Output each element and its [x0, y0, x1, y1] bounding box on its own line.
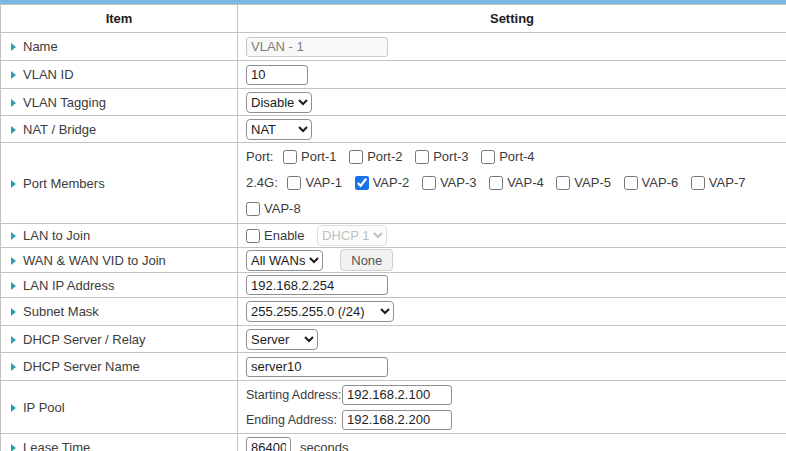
- dhcp-name-label: DHCP Server Name: [23, 359, 140, 374]
- ending-address-label: Ending Address:: [246, 413, 342, 427]
- vap-2-checkbox[interactable]: [355, 176, 369, 190]
- starting-address-label: Starting Address:: [246, 388, 342, 402]
- wired-port-checkbox-group: Port: Port-1 Port-2 Port-3 Port-4: [246, 144, 785, 170]
- dhcp-mode-select[interactable]: Server: [246, 329, 318, 350]
- port-members-label: Port Members: [23, 176, 105, 191]
- lan-to-join-label: LAN to Join: [23, 228, 90, 243]
- table-row-lease-time: Lease Time seconds: [1, 434, 786, 451]
- lease-time-label: Lease Time: [23, 440, 90, 451]
- checkbox-vap-1[interactable]: VAP-1: [287, 175, 342, 190]
- ip-pool-label: IP Pool: [23, 400, 65, 415]
- nat-bridge-select[interactable]: NAT: [246, 119, 312, 140]
- lan-ip-label: LAN IP Address: [23, 278, 115, 293]
- row-arrow-icon: [11, 308, 16, 316]
- dhcp-server-name-input[interactable]: [246, 357, 388, 377]
- ip-pool-end-row: Ending Address:: [246, 407, 785, 432]
- vlan-tagging-select[interactable]: Disable: [246, 92, 312, 113]
- vlan-tagging-label: VLAN Tagging: [23, 95, 106, 110]
- wifi-vap-checkbox-group: 2.4G: VAP-1 VAP-2 VAP-3 VAP-4 VAP-5 VAP-…: [246, 170, 785, 222]
- vap-4-checkbox[interactable]: [489, 176, 503, 190]
- lease-time-unit-label: seconds: [300, 440, 348, 451]
- wan-vid-none-button[interactable]: None: [340, 249, 393, 271]
- vlan-id-input[interactable]: [246, 65, 308, 85]
- checkbox-port-1[interactable]: Port-1: [283, 149, 336, 164]
- vap-6-checkbox[interactable]: [624, 176, 638, 190]
- row-arrow-icon: [11, 257, 16, 265]
- vap-1-checkbox[interactable]: [287, 176, 301, 190]
- ending-address-input[interactable]: [342, 410, 452, 430]
- checkbox-vap-8[interactable]: VAP-8: [246, 201, 301, 216]
- wifi-prefix-label: 2.4G:: [246, 175, 278, 190]
- row-arrow-icon: [11, 282, 16, 290]
- vap-5-checkbox[interactable]: [556, 176, 570, 190]
- checkbox-port-2[interactable]: Port-2: [349, 149, 402, 164]
- checkbox-vap-7[interactable]: VAP-7: [691, 175, 746, 190]
- lan-join-dhcp-select: DHCP 1: [317, 225, 387, 246]
- setting-column-header: Setting: [238, 5, 786, 33]
- vlan-name-input: [246, 37, 388, 57]
- port-1-checkbox[interactable]: [283, 150, 297, 164]
- table-row-vlan-id: VLAN ID: [1, 61, 786, 89]
- port-3-checkbox[interactable]: [415, 150, 429, 164]
- subnet-mask-select[interactable]: 255.255.255.0 (/24): [246, 301, 394, 322]
- name-label: Name: [23, 39, 58, 54]
- row-arrow-icon: [11, 99, 16, 107]
- checkbox-port-3[interactable]: Port-3: [415, 149, 468, 164]
- row-arrow-icon: [11, 71, 16, 79]
- table-row-nat-bridge: NAT / Bridge NAT: [1, 116, 786, 143]
- port-2-checkbox[interactable]: [349, 150, 363, 164]
- lan-ip-input[interactable]: [246, 275, 388, 295]
- row-arrow-icon: [11, 43, 16, 51]
- row-arrow-icon: [11, 363, 16, 371]
- lan-join-enable-checkbox[interactable]: [246, 229, 260, 243]
- lan-join-enable-checkbox-label[interactable]: Enable: [246, 228, 304, 243]
- nat-bridge-label: NAT / Bridge: [23, 122, 96, 137]
- table-row-vlan-tagging: VLAN Tagging Disable: [1, 89, 786, 116]
- row-arrow-icon: [11, 336, 16, 344]
- checkbox-vap-4[interactable]: VAP-4: [489, 175, 544, 190]
- row-arrow-icon: [11, 126, 16, 134]
- starting-address-input[interactable]: [342, 385, 452, 405]
- checkbox-port-4[interactable]: Port-4: [481, 149, 534, 164]
- wan-join-select[interactable]: All WANs: [246, 250, 323, 271]
- table-row-dhcp-name: DHCP Server Name: [1, 353, 786, 381]
- table-row-name: Name: [1, 33, 786, 61]
- vap-7-checkbox[interactable]: [691, 176, 705, 190]
- row-arrow-icon: [11, 404, 16, 412]
- table-row-port-members: Port Members Port: Port-1 Port-2 Port-3 …: [1, 143, 786, 224]
- ip-pool-start-row: Starting Address:: [246, 382, 785, 407]
- checkbox-vap-3[interactable]: VAP-3: [422, 175, 477, 190]
- wan-join-label: WAN & WAN VID to Join: [23, 253, 166, 268]
- row-arrow-icon: [11, 232, 16, 240]
- checkbox-vap-2[interactable]: VAP-2: [355, 175, 410, 190]
- port-4-checkbox[interactable]: [481, 150, 495, 164]
- vlan-settings-page: Item Setting Name VLAN ID VLAN Tagging D…: [0, 0, 786, 451]
- table-header-row: Item Setting: [1, 5, 786, 33]
- vlan-settings-table: Item Setting Name VLAN ID VLAN Tagging D…: [0, 4, 786, 451]
- subnet-mask-label: Subnet Mask: [23, 304, 99, 319]
- row-arrow-icon: [11, 444, 16, 451]
- table-row-ip-pool: IP Pool Starting Address: Ending Address…: [1, 381, 786, 434]
- table-row-dhcp-mode: DHCP Server / Relay Server: [1, 326, 786, 353]
- lease-time-input[interactable]: [246, 437, 291, 451]
- row-arrow-icon: [11, 180, 16, 188]
- table-row-lan-ip: LAN IP Address: [1, 273, 786, 298]
- dhcp-mode-label: DHCP Server / Relay: [23, 332, 146, 347]
- vap-3-checkbox[interactable]: [422, 176, 436, 190]
- vlan-id-label: VLAN ID: [23, 67, 74, 82]
- table-row-subnet-mask: Subnet Mask 255.255.255.0 (/24): [1, 298, 786, 326]
- port-prefix-label: Port:: [246, 149, 273, 164]
- checkbox-vap-6[interactable]: VAP-6: [624, 175, 679, 190]
- item-column-header: Item: [1, 5, 238, 33]
- vap-8-checkbox[interactable]: [246, 202, 260, 216]
- table-row-lan-to-join: LAN to Join Enable DHCP 1: [1, 224, 786, 248]
- checkbox-vap-5[interactable]: VAP-5: [556, 175, 611, 190]
- table-row-wan-join: WAN & WAN VID to Join All WANs None: [1, 248, 786, 273]
